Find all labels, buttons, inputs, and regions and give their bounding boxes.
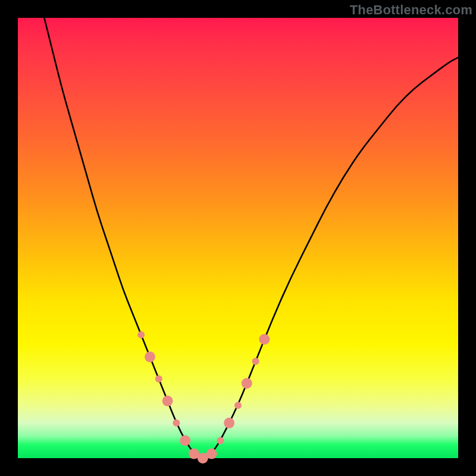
bottleneck-curve (44, 18, 458, 457)
highlighted-point (162, 396, 173, 406)
chart-svg (18, 18, 458, 458)
chart-plot-area (18, 18, 458, 458)
highlighted-point (217, 437, 224, 444)
highlighted-point (155, 375, 162, 383)
chart-frame: TheBottleneck.com (0, 0, 476, 476)
highlighted-point (145, 352, 155, 362)
highlighted-point (206, 449, 217, 459)
highlighted-point (242, 378, 252, 389)
highlighted-point (173, 419, 180, 427)
highlighted-point (252, 358, 259, 365)
watermark-text: TheBottleneck.com (350, 2, 472, 18)
highlighted-points-group (137, 331, 270, 464)
highlighted-point (137, 331, 145, 339)
highlighted-point (234, 402, 242, 409)
highlighted-point (180, 435, 190, 446)
highlighted-point (259, 334, 270, 345)
highlighted-point (224, 418, 234, 428)
